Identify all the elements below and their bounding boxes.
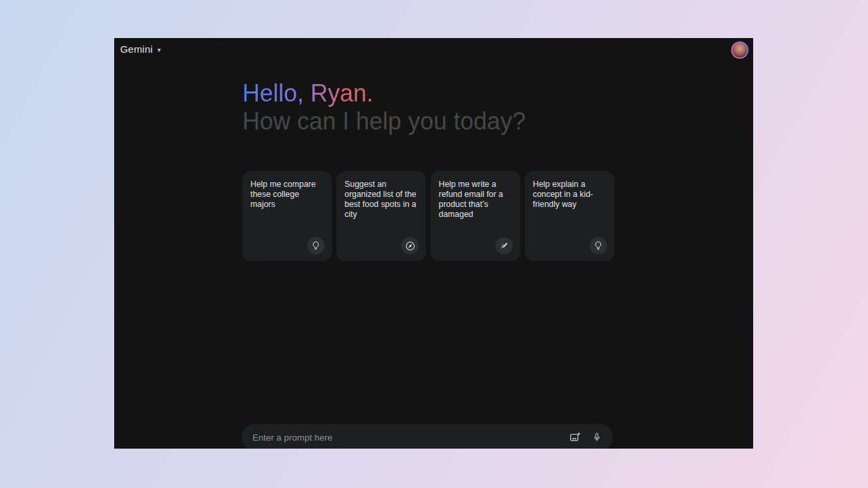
compass-icon bbox=[401, 237, 419, 254]
avatar[interactable] bbox=[731, 41, 748, 59]
suggestion-cards: Help me compare these college majors Sug… bbox=[242, 171, 614, 261]
suggestion-text: Help explain a concept in a kid-friendly… bbox=[533, 180, 606, 210]
gemini-window: Gemini ▾ Hello, Ryan. How can I help you… bbox=[114, 38, 753, 449]
greeting-block: Hello, Ryan. How can I help you today? bbox=[242, 79, 525, 136]
top-bar: Gemini ▾ bbox=[114, 38, 753, 63]
greeting-headline: Hello, Ryan. bbox=[242, 79, 373, 107]
suggestion-text: Suggest an organized list of the best fo… bbox=[345, 180, 418, 220]
add-image-icon[interactable] bbox=[569, 431, 581, 443]
suggestion-card-college-majors[interactable]: Help me compare these college majors bbox=[242, 171, 332, 261]
prompt-input[interactable] bbox=[252, 424, 569, 449]
prompt-bar-actions bbox=[569, 431, 602, 443]
lightbulb-icon bbox=[590, 237, 607, 254]
pen-icon bbox=[495, 237, 513, 254]
gemini-model-selector[interactable]: Gemini ▾ bbox=[120, 43, 161, 55]
prompt-bar bbox=[242, 424, 613, 449]
suggestion-text: Help me compare these college majors bbox=[250, 180, 324, 210]
microphone-icon[interactable] bbox=[592, 432, 602, 443]
app-title: Gemini bbox=[120, 43, 153, 55]
suggestion-text: Help me write a refund email for a produ… bbox=[439, 180, 512, 220]
avatar-photo bbox=[732, 43, 747, 57]
suggestion-card-kid-friendly[interactable]: Help explain a concept in a kid-friendly… bbox=[525, 171, 614, 261]
lightbulb-icon bbox=[307, 237, 324, 254]
chevron-down-icon: ▾ bbox=[158, 45, 161, 53]
suggestion-card-food-spots[interactable]: Suggest an organized list of the best fo… bbox=[337, 171, 426, 261]
greeting-subline: How can I help you today? bbox=[242, 107, 525, 136]
suggestion-card-refund-email[interactable]: Help me write a refund email for a produ… bbox=[431, 171, 520, 261]
